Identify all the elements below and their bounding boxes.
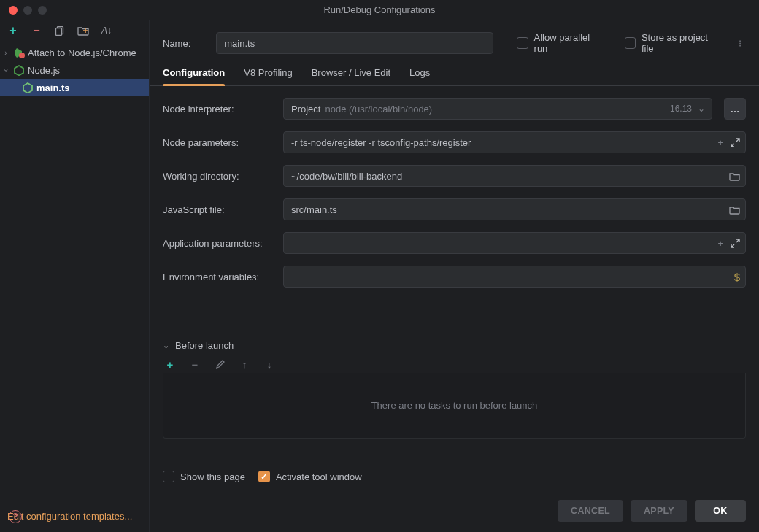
ok-button[interactable]: OK	[695, 500, 746, 522]
tab-logs[interactable]: Logs	[409, 67, 430, 85]
activate-tool-window-checkbox[interactable]: Activate tool window	[258, 471, 362, 482]
more-options-icon[interactable]: ⁝	[735, 38, 746, 49]
working-directory-input[interactable]	[283, 165, 746, 187]
remove-task-icon[interactable]: −	[189, 358, 201, 370]
configurations-tree: › Attach to Node.js/Chrome › Node.js mai…	[0, 42, 149, 504]
tree-item-main-ts[interactable]: main.ts	[0, 79, 149, 96]
application-parameters-label: Application parameters:	[163, 238, 276, 249]
browse-interpreter-button[interactable]: …	[724, 98, 746, 120]
application-parameters-input[interactable]	[283, 232, 746, 254]
name-label: Name:	[163, 38, 204, 49]
show-this-page-label: Show this page	[180, 471, 245, 482]
tabs: Configuration V8 Profiling Browser / Liv…	[150, 61, 759, 86]
nodejs-icon	[22, 82, 34, 93]
name-input[interactable]	[216, 32, 493, 54]
expand-icon[interactable]	[731, 138, 740, 147]
checkbox-icon	[258, 471, 270, 482]
zoom-window-icon[interactable]	[38, 6, 47, 15]
insert-macro-icon[interactable]: +	[717, 238, 723, 249]
svg-marker-6	[15, 66, 23, 76]
title-bar: Run/Debug Configurations	[0, 0, 759, 20]
main-panel: Name: Allow parallel run Store as projec…	[150, 20, 759, 532]
before-launch-section: ⌄ Before launch + − ↑ ↓ There are no tas…	[163, 340, 746, 439]
svg-marker-7	[23, 83, 32, 93]
configuration-form: Node interpreter: Project node (/usr/loc…	[150, 86, 759, 460]
folder-icon[interactable]	[77, 25, 89, 36]
store-as-project-file-checkbox[interactable]: Store as project file	[625, 32, 719, 54]
node-interpreter-label: Node interpreter:	[163, 104, 276, 115]
chevron-right-icon: ›	[1, 49, 10, 57]
expand-icon[interactable]	[731, 239, 740, 248]
svg-point-5	[19, 53, 25, 58]
before-launch-heading: Before launch	[175, 340, 234, 351]
sort-alpha-icon[interactable]: A↓	[101, 25, 112, 36]
before-launch-task-list: There are no tasks to run before launch	[163, 373, 746, 439]
nodejs-icon	[13, 64, 25, 76]
environment-variables-label: Environment variables:	[163, 271, 276, 282]
window-controls	[9, 6, 47, 15]
tree-item-label: main.ts	[36, 82, 70, 93]
configurations-sidebar: + − A↓ › Attach to Node.js/Chrome ›	[0, 20, 150, 532]
tab-v8-profiling[interactable]: V8 Profiling	[244, 67, 292, 85]
cancel-button[interactable]: CANCEL	[558, 500, 623, 522]
node-interpreter-path: node (/usr/local/bin/node)	[325, 104, 432, 115]
tree-item-label: Node.js	[28, 65, 60, 76]
chevron-down-icon[interactable]: ⌄	[698, 104, 705, 114]
checkbox-icon	[625, 37, 636, 49]
move-down-icon[interactable]: ↓	[263, 358, 275, 370]
sidebar-toolbar: + − A↓	[0, 20, 149, 41]
tree-item-label: Attach to Node.js/Chrome	[28, 47, 136, 58]
env-var-icon[interactable]: $	[734, 271, 740, 283]
add-task-icon[interactable]: +	[164, 358, 176, 370]
javascript-file-label: JavaScript file:	[163, 204, 276, 215]
remove-configuration-icon[interactable]: −	[31, 25, 42, 36]
tree-item-attach-node-chrome[interactable]: › Attach to Node.js/Chrome	[0, 44, 149, 61]
activate-tool-window-label: Activate tool window	[276, 471, 362, 482]
svg-rect-1	[55, 28, 61, 35]
before-launch-toggle[interactable]: ⌄ Before launch	[163, 340, 746, 351]
close-window-icon[interactable]	[9, 6, 18, 15]
node-interpreter-prefix: Project	[291, 104, 320, 115]
minimize-window-icon[interactable]	[23, 6, 32, 15]
bottom-options: Show this page Activate tool window	[150, 460, 759, 493]
insert-macro-icon[interactable]: +	[717, 137, 723, 148]
chevron-down-icon: ⌄	[163, 341, 169, 350]
chevron-down-icon: ›	[2, 66, 10, 74]
allow-parallel-label: Allow parallel run	[534, 32, 603, 54]
browse-folder-icon[interactable]	[729, 171, 740, 181]
checkbox-icon	[163, 471, 174, 482]
help-icon[interactable]: ?	[9, 510, 22, 523]
node-parameters-input[interactable]	[283, 131, 746, 153]
allow-parallel-checkbox[interactable]: Allow parallel run	[517, 32, 602, 54]
javascript-file-input[interactable]	[283, 198, 746, 220]
tree-item-nodejs[interactable]: › Node.js	[0, 61, 149, 79]
checkbox-icon	[517, 37, 528, 49]
edit-task-icon[interactable]	[214, 358, 226, 370]
node-parameters-label: Node parameters:	[163, 137, 276, 148]
environment-variables-input[interactable]	[283, 266, 746, 288]
show-this-page-checkbox[interactable]: Show this page	[163, 471, 245, 482]
add-configuration-icon[interactable]: +	[7, 25, 19, 36]
store-as-project-label: Store as project file	[642, 32, 719, 54]
copy-configuration-icon[interactable]	[54, 25, 66, 36]
apply-button[interactable]: APPLY	[631, 500, 687, 522]
before-launch-toolbar: + − ↑ ↓	[163, 355, 746, 373]
dialog-button-bar: CANCEL APPLY OK	[150, 493, 759, 532]
move-up-icon[interactable]: ↑	[239, 358, 250, 370]
empty-tasks-text: There are no tasks to run before launch	[371, 400, 538, 411]
tab-configuration[interactable]: Configuration	[163, 67, 225, 85]
browse-folder-icon[interactable]	[729, 205, 740, 215]
node-chrome-icon	[13, 47, 25, 58]
tab-browser-live-edit[interactable]: Browser / Live Edit	[312, 67, 390, 85]
node-interpreter-field[interactable]: Project node (/usr/local/bin/node) 16.13…	[283, 98, 712, 120]
working-directory-label: Working directory:	[163, 171, 276, 182]
edit-templates-link[interactable]: Edit configuration templates...	[0, 504, 149, 532]
window-title: Run/Debug Configurations	[0, 4, 759, 15]
top-row: Name: Allow parallel run Store as projec…	[150, 20, 759, 61]
node-version-text: 16.13	[670, 104, 692, 114]
